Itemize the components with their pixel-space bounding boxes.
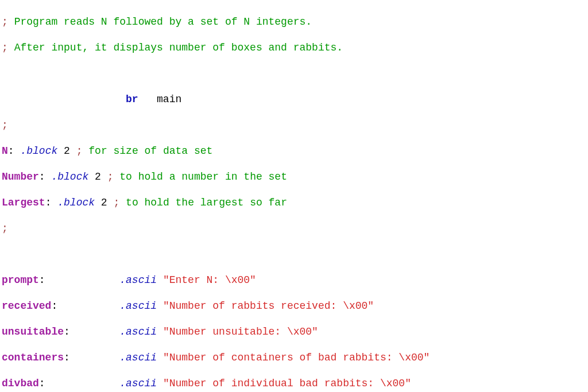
label: received [2, 300, 51, 312]
comment-line: ; [2, 222, 586, 235]
string-decl-line: received: .ascii "Number of rabbits rece… [2, 300, 586, 313]
label: Number [2, 171, 39, 183]
comment-text: Program reads N followed by a set of N i… [14, 16, 312, 28]
directive: .block [51, 171, 88, 183]
comment-line: ; Program reads N followed by a set of N… [2, 15, 586, 29]
value: 2 [64, 145, 70, 157]
var-decl-line: N: .block 2 ; for size of data set [2, 145, 586, 158]
value: 2 [95, 171, 101, 183]
comment-text: to hold a number in the set [119, 171, 287, 183]
label: prompt [2, 274, 39, 286]
directive: .ascii [119, 326, 157, 337]
instruction-line: br main [2, 93, 586, 106]
label: divbad [2, 378, 39, 389]
comment-line: ; [2, 119, 586, 132]
directive: .ascii [119, 378, 157, 389]
mnemonic: br [126, 94, 138, 105]
label: containers [2, 352, 64, 363]
var-decl-line: Number: .block 2 ; to hold a number in t… [2, 170, 586, 184]
blank-line [2, 248, 586, 261]
string-decl-line: divbad: .ascii "Number of individual bad… [2, 377, 586, 390]
comment-text: to hold the largest so far [126, 197, 287, 208]
directive: .ascii [119, 274, 157, 286]
string-decl-line: unsuitable: .ascii "Number unsuitable: \… [2, 325, 586, 339]
value: 2 [101, 197, 107, 208]
string-literal: "Number of containers of bad rabbits: \x… [163, 352, 430, 363]
comment-line: ; After input, it displays number of box… [2, 41, 586, 55]
comment-text: After input, it displays number of boxes… [14, 42, 343, 53]
directive: .block [20, 145, 57, 157]
string-decl-line: prompt: .ascii "Enter N: \x00" [2, 274, 586, 287]
comment-text: for size of data set [88, 145, 212, 157]
label: unsuitable [2, 326, 64, 337]
directive: .ascii [119, 300, 157, 312]
operand: main [157, 94, 181, 105]
blank-line [2, 67, 586, 80]
label: N [2, 145, 8, 157]
directive: .block [57, 197, 95, 208]
string-literal: "Number of rabbits received: \x00" [163, 300, 374, 312]
string-literal: "Enter N: \x00" [163, 274, 256, 286]
string-literal: "Number of individual bad rabbits: \x00" [163, 378, 411, 389]
string-decl-line: containers: .ascii "Number of containers… [2, 351, 586, 364]
label: Largest [2, 197, 45, 208]
string-literal: "Number unsuitable: \x00" [163, 326, 318, 337]
directive: .ascii [119, 352, 157, 363]
var-decl-line: Largest: .block 2 ; to hold the largest … [2, 196, 586, 209]
assembly-source-view: ; Program reads N followed by a set of N… [0, 0, 588, 392]
